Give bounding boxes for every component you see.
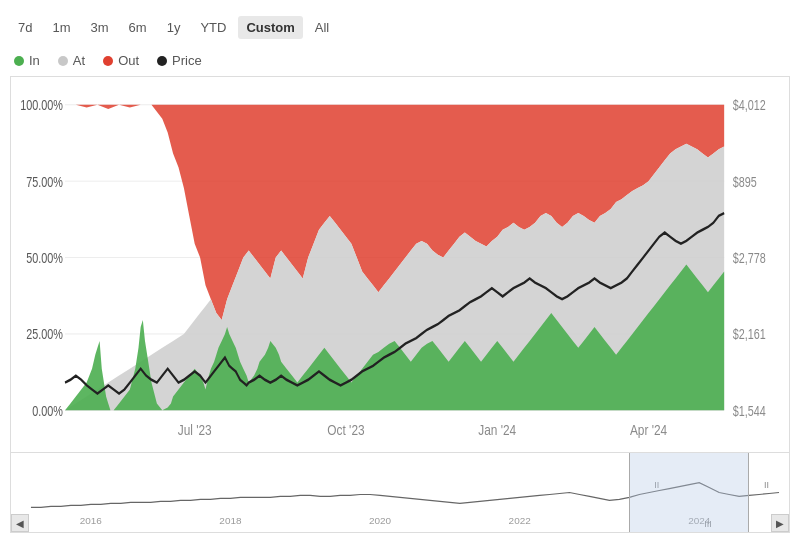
time-btn-custom[interactable]: Custom [238, 16, 302, 39]
svg-text:50.00%: 50.00% [26, 251, 63, 267]
svg-text:2018: 2018 [219, 515, 242, 526]
legend-label-at: At [73, 53, 85, 68]
svg-text:25.00%: 25.00% [26, 327, 63, 343]
chart-legend: InAtOutPrice [10, 49, 790, 76]
legend-item-in: In [14, 53, 40, 68]
chart-svg: Jul '23 Oct '23 Jan '24 Apr '24 100.00% … [11, 77, 789, 452]
legend-label-in: In [29, 53, 40, 68]
main-chart: Jul '23 Oct '23 Jan '24 Apr '24 100.00% … [10, 76, 790, 453]
legend-item-at: At [58, 53, 85, 68]
time-btn-1y[interactable]: 1y [159, 16, 189, 39]
nav-scroll-left[interactable]: ◀ [11, 514, 29, 532]
time-btn-7d[interactable]: 7d [10, 16, 40, 39]
svg-text:$4,012: $4,012 [733, 98, 766, 114]
legend-dot-at [58, 56, 68, 66]
legend-dot-price [157, 56, 167, 66]
svg-text:Jan '24: Jan '24 [478, 422, 516, 439]
time-btn-all[interactable]: All [307, 16, 337, 39]
svg-text:$1,544: $1,544 [733, 404, 766, 420]
svg-text:II: II [764, 480, 769, 490]
time-range-selector: 7d1m3m6m1yYTDCustomAll [10, 10, 790, 45]
time-btn-3m[interactable]: 3m [83, 16, 117, 39]
nav-selection[interactable] [629, 453, 749, 532]
main-container: 7d1m3m6m1yYTDCustomAll InAtOutPrice [0, 0, 800, 533]
svg-text:$895: $895 [733, 174, 757, 190]
legend-item-price: Price [157, 53, 202, 68]
time-btn-6m[interactable]: 6m [121, 16, 155, 39]
legend-label-price: Price [172, 53, 202, 68]
svg-text:Oct '23: Oct '23 [327, 422, 364, 439]
svg-text:Apr '24: Apr '24 [630, 422, 668, 439]
svg-text:$2,778: $2,778 [733, 251, 766, 267]
legend-dot-in [14, 56, 24, 66]
nav-scroll-right[interactable]: ▶ [771, 514, 789, 532]
legend-item-out: Out [103, 53, 139, 68]
time-btn-ytd[interactable]: YTD [192, 16, 234, 39]
time-btn-1m[interactable]: 1m [44, 16, 78, 39]
legend-label-out: Out [118, 53, 139, 68]
navigator-chart[interactable]: ◀ ▶ 2016 2018 2020 2022 2024 II II III [10, 453, 790, 533]
svg-text:75.00%: 75.00% [26, 174, 63, 190]
svg-text:100.00%: 100.00% [20, 98, 63, 114]
svg-text:2020: 2020 [369, 515, 392, 526]
svg-text:$2,161: $2,161 [733, 327, 766, 343]
legend-dot-out [103, 56, 113, 66]
svg-text:2016: 2016 [80, 515, 103, 526]
svg-text:0.00%: 0.00% [32, 404, 63, 420]
svg-text:Jul '23: Jul '23 [178, 422, 212, 439]
svg-text:2022: 2022 [509, 515, 532, 526]
